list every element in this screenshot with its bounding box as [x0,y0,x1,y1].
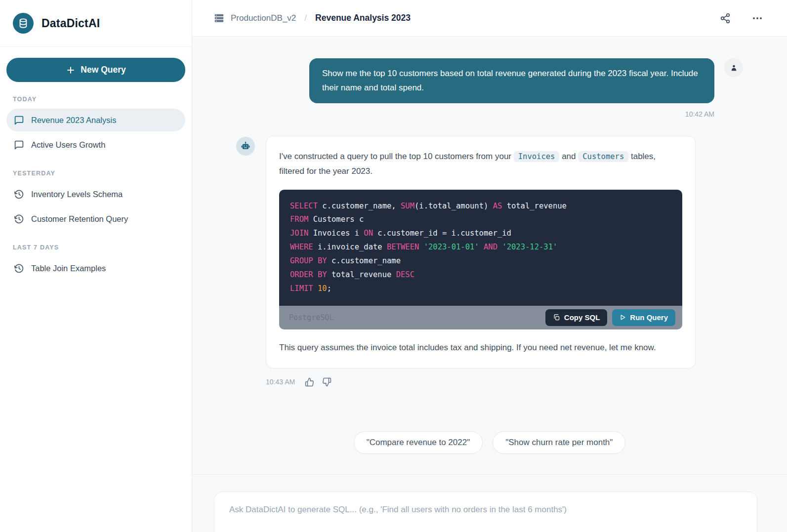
history-icon [14,214,24,224]
user-message-time: 10:42 AM [236,110,714,118]
main-area: ProductionDB_v2 / Revenue Analysis 2023 [192,0,787,532]
sidebar-item[interactable]: Customer Retention Query [6,207,185,230]
sql-code-line: LIMIT 10; [290,282,671,296]
history-icon [14,189,24,200]
chat-icon [14,140,24,150]
copy-sql-button[interactable]: Copy SQL [545,309,608,326]
sql-code-line: GROUP BY c.customer_name [290,254,671,268]
robot-icon [240,141,251,152]
ai-message-card: I've constructed a query to pull the top… [266,136,696,368]
thumbs-down-button[interactable] [321,376,332,388]
more-button[interactable] [749,10,765,26]
share-button[interactable] [718,11,733,26]
sql-code-line: ORDER BY total_revenue DESC [290,268,671,282]
sql-code: SELECT c.customer_name, SUM(i.total_amou… [279,190,682,306]
play-icon [620,314,626,321]
history-icon [14,263,24,274]
ai-intro-text: I've constructed a query to pull the top… [279,152,514,161]
breadcrumb: ProductionDB_v2 / Revenue Analysis 2023 [214,13,411,23]
thumbs-down-icon [322,377,331,387]
sql-code-line: WHERE i.invoice_date BETWEEN '2023-01-01… [290,241,671,254]
run-query-label: Run Query [630,313,668,322]
user-message-bubble: Show me the top 10 customers based on to… [309,58,714,103]
section-items: Inventory Levels SchemaCustomer Retentio… [6,183,185,230]
sidebar-sections: TODAY Revenue 2023 AnalysisActive Users … [6,96,185,280]
table-name-chip: Customers [578,151,628,162]
breadcrumb-database[interactable]: ProductionDB_v2 [231,13,296,23]
thumbs-up-button[interactable] [304,376,315,388]
topbar: ProductionDB_v2 / Revenue Analysis 2023 [192,0,787,37]
app-name: DataDictAI [41,17,100,30]
server-icon [214,13,224,23]
sidebar-section: YESTERDAY Inventory Levels SchemaCustome… [6,170,185,230]
sidebar-item-label: Customer Retention Query [31,214,128,224]
table-name-chip: Invoices [514,151,560,162]
sidebar-section-label: TODAY [13,96,179,103]
suggestion-chip[interactable]: "Show churn rate per month" [493,431,625,454]
sidebar-section: LAST 7 DAYS Table Join Examples [6,244,185,280]
chat-thread[interactable]: Show me the top 10 customers based on to… [192,37,787,474]
ai-message-row: I've constructed a query to pull the top… [236,136,743,368]
database-icon [13,13,34,34]
sidebar-section-label: YESTERDAY [13,170,179,177]
sidebar-item[interactable]: Inventory Levels Schema [6,183,185,205]
sidebar-section: TODAY Revenue 2023 AnalysisActive Users … [6,96,185,156]
sidebar-item-label: Inventory Levels Schema [31,190,123,199]
avatar [236,137,255,156]
new-query-button[interactable]: New Query [6,58,185,82]
code-footer: PostgreSQL Copy SQL [279,306,682,329]
suggestion-chip[interactable]: "Compare revenue to 2022" [354,431,483,454]
run-query-button[interactable]: Run Query [612,309,675,326]
ai-intro-text: and [559,152,578,161]
ai-message-intro: I've constructed a query to pull the top… [279,149,682,179]
user-message-row: Show me the top 10 customers based on to… [236,58,743,103]
section-items: Table Join Examples [6,257,185,280]
sidebar-item[interactable]: Revenue 2023 Analysis [6,109,185,131]
breadcrumb-separator: / [304,13,307,23]
more-icon [751,12,763,24]
ai-message-meta: 10:43 AM [266,376,743,388]
code-language-label: PostgreSQL [289,313,333,322]
plus-icon [66,65,76,75]
app-logo: DataDictAI [0,0,192,47]
copy-sql-label: Copy SQL [564,313,600,322]
sql-code-line: SELECT c.customer_name, SUM(i.total_amou… [290,200,671,213]
section-items: Revenue 2023 AnalysisActive Users Growth [6,109,185,156]
page-title: Revenue Analysis 2023 [315,13,411,23]
ai-message-outro: This query assumes the invoice total inc… [279,340,682,355]
sidebar-section-label: LAST 7 DAYS [13,244,179,251]
sidebar-item-label: Revenue 2023 Analysis [31,116,116,125]
sidebar-item[interactable]: Active Users Growth [6,133,185,156]
composer-section [192,474,787,532]
sidebar-item-label: Active Users Growth [31,140,105,150]
share-icon [720,13,731,24]
chat-icon [14,115,24,125]
thumbs-up-icon [305,377,314,387]
avatar [724,58,743,77]
user-icon [730,64,738,72]
copy-icon [553,314,560,321]
sidebar-item[interactable]: Table Join Examples [6,257,185,280]
suggestion-chips: "Compare revenue to 2022""Show churn rat… [236,431,743,454]
new-query-label: New Query [81,65,125,75]
ai-message-time: 10:43 AM [266,378,295,386]
sidebar-item-label: Table Join Examples [31,264,106,273]
sql-code-line: JOIN Invoices i ON c.customer_id = i.cus… [290,227,671,241]
sql-code-block: SELECT c.customer_name, SUM(i.total_amou… [279,190,682,329]
message-input[interactable] [214,491,757,532]
sql-code-line: FROM Customers c [290,213,671,227]
sidebar: DataDictAI New Query TODAY Revenue 2023 … [0,0,192,532]
